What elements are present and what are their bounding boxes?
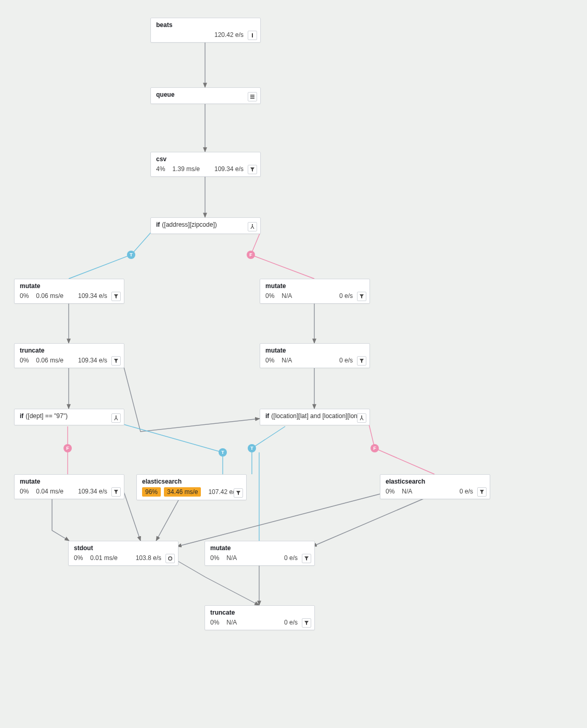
metric-rate: 109.34 e/s <box>78 292 107 300</box>
node-if-location[interactable]: if ([location][lat] and [location][lon]) <box>260 409 370 425</box>
node-condition: ([location][lat] and [location][lon]) <box>271 412 361 420</box>
metric-pct: 0% <box>20 356 29 365</box>
node-elasticsearch-hot[interactable]: elasticsearch 96% 34.46 ms/e 107.42 e/s <box>136 474 247 500</box>
metric-rate: 0 e/s <box>284 554 298 562</box>
queue-icon <box>248 92 257 101</box>
node-title: beats <box>156 21 172 29</box>
svg-text:T: T <box>250 446 253 451</box>
metric-rate: 0 e/s <box>284 618 298 627</box>
metric-rate: 103.8 e/s <box>136 554 161 562</box>
node-stdout[interactable]: stdout 0% 0.01 ms/e 103.8 e/s <box>68 541 178 566</box>
svg-point-26 <box>169 557 172 561</box>
node-mutate-left[interactable]: mutate 0% 0.06 ms/e 109.34 e/s <box>14 279 124 304</box>
filter-icon <box>234 488 243 498</box>
svg-point-14 <box>219 448 227 457</box>
metric-pct: 0% <box>20 487 29 496</box>
node-title: mutate <box>210 544 231 552</box>
metric-pct: 0% <box>210 554 219 562</box>
svg-text:F: F <box>373 446 376 451</box>
node-truncate-bottom[interactable]: truncate 0% N/A 0 e/s <box>205 605 315 630</box>
filter-icon <box>111 487 121 497</box>
svg-point-3 <box>127 251 135 259</box>
metric-pct: 96% <box>142 487 161 497</box>
node-if-zip[interactable]: if ([address][zipcode]) <box>150 217 261 234</box>
metric-lat: 1.39 ms/e <box>172 165 200 173</box>
svg-point-25 <box>361 415 362 417</box>
node-csv[interactable]: csv 4% 1.39 ms/e 109.34 e/s <box>150 152 261 177</box>
metric-rate: 0 e/s <box>339 356 353 365</box>
metric-lat: 0.06 ms/e <box>36 292 63 300</box>
filter-icon <box>248 165 257 174</box>
metric-pct: 0% <box>74 554 83 562</box>
metric-rate: 120.42 e/s <box>214 31 244 39</box>
pipeline-diagram: T F F T T F beats 120.42 e/s queue csv 4… <box>0 0 587 728</box>
metric-pct: 4% <box>156 165 165 173</box>
node-title: if <box>265 412 269 420</box>
metric-lat: N/A <box>226 618 237 627</box>
node-title: csv <box>156 155 167 163</box>
node-queue[interactable]: queue <box>150 87 261 104</box>
metric-pct: 0% <box>20 292 29 300</box>
filter-icon <box>302 618 311 628</box>
node-title: if <box>20 412 23 420</box>
metric-lat: N/A <box>402 487 412 496</box>
branch-icon <box>357 413 366 423</box>
node-truncate-left[interactable]: truncate 0% 0.06 ms/e 109.34 e/s <box>14 343 124 368</box>
node-if-dept[interactable]: if ([dept] == "97") <box>14 409 124 425</box>
metric-pct: 0% <box>210 618 219 627</box>
node-title: truncate <box>210 609 235 616</box>
svg-text:T: T <box>130 252 133 257</box>
filter-icon <box>111 292 121 301</box>
metric-lat: N/A <box>282 292 292 300</box>
filter-icon <box>477 487 487 497</box>
filter-icon <box>357 356 366 366</box>
node-title: truncate <box>20 347 44 354</box>
filter-icon <box>111 356 121 366</box>
node-title: if <box>156 221 160 228</box>
branch-icon <box>248 222 257 231</box>
node-title: stdout <box>74 544 93 552</box>
metric-lat: 0.04 ms/e <box>36 487 63 496</box>
metric-lat: 34.46 ms/e <box>164 487 201 497</box>
metric-lat: 0.06 ms/e <box>36 356 63 365</box>
metric-rate: 109.34 e/s <box>214 165 244 173</box>
metric-rate: 109.34 e/s <box>78 356 107 365</box>
filter-icon <box>302 554 311 563</box>
metric-lat: N/A <box>282 356 292 365</box>
node-elasticsearch[interactable]: elasticsearch 0% N/A 0 e/s <box>380 474 490 499</box>
node-mutate-bottomleft[interactable]: mutate 0% 0.04 ms/e 109.34 e/s <box>14 474 124 499</box>
svg-point-12 <box>63 444 72 452</box>
metric-pct: 0% <box>265 356 274 365</box>
filter-icon <box>357 292 366 301</box>
svg-rect-22 <box>252 33 253 37</box>
svg-point-5 <box>247 251 255 259</box>
svg-text:F: F <box>66 446 69 451</box>
metric-rate: 0 e/s <box>339 292 353 300</box>
node-mutate-right2[interactable]: mutate 0% N/A 0 e/s <box>260 343 370 368</box>
svg-point-23 <box>252 224 253 225</box>
metric-lat: N/A <box>226 554 237 562</box>
metric-pct: 0% <box>265 292 274 300</box>
node-title: mutate <box>265 282 286 290</box>
metric-pct: 0% <box>386 487 394 496</box>
output-icon <box>165 554 175 563</box>
node-condition: ([dept] == "97") <box>25 412 68 420</box>
node-condition: ([address][zipcode]) <box>162 221 216 228</box>
svg-text:T: T <box>221 450 224 455</box>
svg-point-24 <box>116 415 117 417</box>
metric-lat: 0.01 ms/e <box>90 554 118 562</box>
svg-text:F: F <box>249 252 252 257</box>
node-mutate-bottom[interactable]: mutate 0% N/A 0 e/s <box>205 541 315 566</box>
node-title: elasticsearch <box>386 478 425 485</box>
node-title: mutate <box>20 282 40 290</box>
metric-rate: 0 e/s <box>460 487 473 496</box>
branch-icon <box>111 413 121 423</box>
node-beats[interactable]: beats 120.42 e/s <box>150 18 261 43</box>
node-title: mutate <box>20 478 40 485</box>
node-title: queue <box>156 91 174 98</box>
node-title: mutate <box>265 347 286 354</box>
input-icon <box>248 31 257 40</box>
node-mutate-right[interactable]: mutate 0% N/A 0 e/s <box>260 279 370 304</box>
svg-point-18 <box>371 444 379 452</box>
svg-point-16 <box>248 444 256 452</box>
